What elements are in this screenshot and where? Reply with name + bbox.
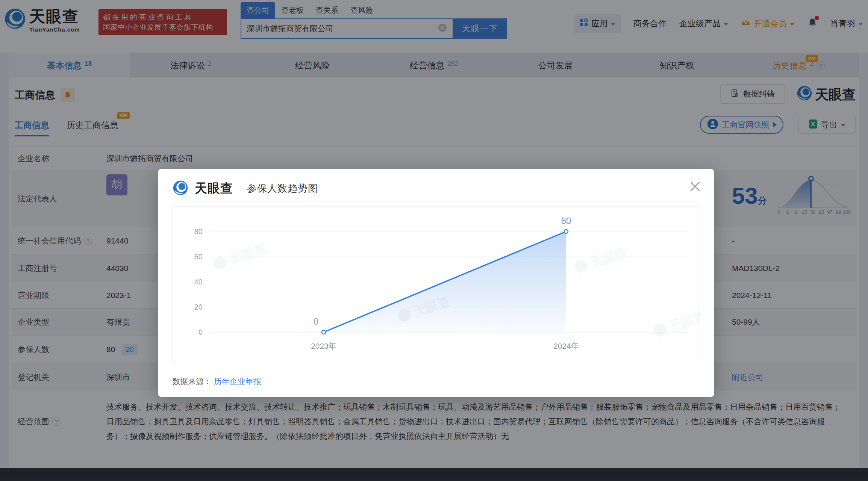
data-point-2024 xyxy=(564,230,568,233)
annual-reports-link[interactable]: 历年企业年报 xyxy=(214,376,261,387)
modal-title: 参保人数趋势图 xyxy=(247,182,318,195)
divider xyxy=(240,183,240,195)
point-label-2024: 80 xyxy=(561,216,571,226)
svg-text:20: 20 xyxy=(194,303,203,311)
data-source-label: 数据来源： xyxy=(172,376,212,387)
page: 天眼查 TianYanCha.com 都在用的商业查询工具 国家中小企业发展子基… xyxy=(0,0,868,481)
tianyancha-swirl-icon xyxy=(173,180,188,197)
svg-text:60: 60 xyxy=(194,253,203,261)
insured-trend-chart: 天眼查 天眼查 天眼查 天眼查 80 60 40 xyxy=(172,206,700,364)
x-axis-ticks: 2023年 2024年 xyxy=(311,342,579,350)
svg-text:天眼查: 天眼查 xyxy=(227,241,268,266)
close-icon[interactable] xyxy=(689,181,701,192)
svg-text:80: 80 xyxy=(194,227,203,236)
insured-trend-modal: 天眼查 参保人数趋势图 天眼查 天眼查 天 xyxy=(158,169,714,397)
svg-text:天眼查: 天眼查 xyxy=(667,309,700,334)
svg-text:0: 0 xyxy=(198,328,203,336)
svg-text:2024年: 2024年 xyxy=(553,342,579,350)
data-point-2023 xyxy=(322,330,326,334)
svg-text:40: 40 xyxy=(194,278,203,286)
svg-text:天眼查: 天眼查 xyxy=(588,245,629,270)
y-axis-ticks: 80 60 40 20 0 xyxy=(194,227,203,336)
point-label-2023: 0 xyxy=(314,317,318,327)
svg-text:2023年: 2023年 xyxy=(311,342,336,350)
modal-brand: 天眼查 xyxy=(195,180,233,197)
